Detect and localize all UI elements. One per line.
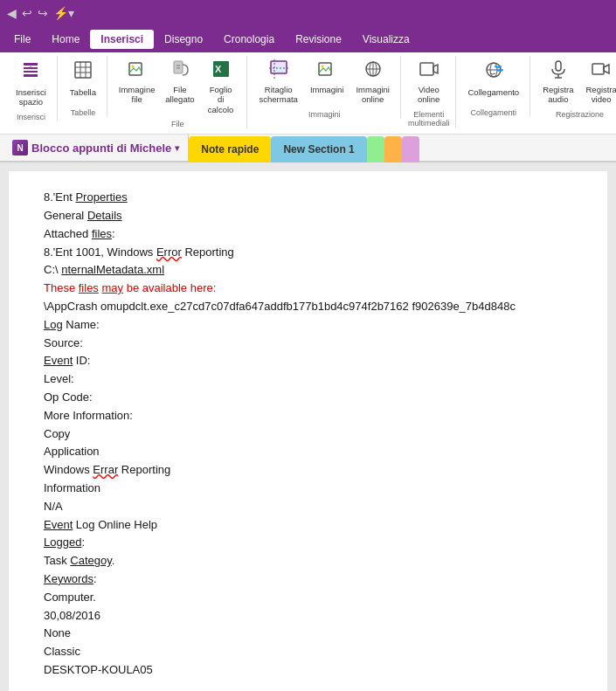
tabella-label: Tabella <box>70 87 96 97</box>
ritaglio-schermata-label: Ritaglioschermata <box>260 85 298 105</box>
tab-new-section-1[interactable]: New Section 1 <box>271 136 366 162</box>
ribbon-group-tabelle: Tabella Tabelle <box>59 56 107 117</box>
svg-marker-27 <box>433 65 438 73</box>
tab-section-purple[interactable] <box>402 136 419 162</box>
line-20: Logged: <box>44 534 581 552</box>
line-16: Windows Errar Reporting <box>44 461 581 480</box>
menu-revisione[interactable]: Revisione <box>285 30 352 49</box>
menu-file[interactable]: File <box>3 30 41 49</box>
notebook-name: Blocco appunti di Michele <box>31 142 171 155</box>
immagini-label: Immagini <box>310 85 344 94</box>
foglio-calcolo-button[interactable]: X Foglio dicalcolo <box>201 56 241 118</box>
svg-rect-17 <box>271 61 287 73</box>
ribbon-group-file: Immaginefile Fileallegato X <box>109 56 247 128</box>
metadata-link[interactable]: nternalMetadata.xml <box>61 263 164 276</box>
svg-rect-26 <box>420 63 433 75</box>
registra-video-button[interactable]: Registravideo <box>581 56 617 108</box>
may-link[interactable]: may <box>102 281 124 294</box>
scroll-area: 8.'Ent Properties General Details Attach… <box>0 162 616 691</box>
files-link[interactable]: files <box>92 227 112 240</box>
inserisci-spazio-label: Inseriscispazio <box>16 87 46 107</box>
menu-inserisci[interactable]: Inserisci <box>90 30 154 49</box>
line-3: Attached files: <box>44 225 581 244</box>
line-10: Event ID: <box>44 352 581 370</box>
immagine-file-button[interactable]: Immaginefile <box>114 56 159 108</box>
ribbon-group-registrazione: Registraaudio Registravideo Registrazion… <box>532 56 616 119</box>
svg-rect-2 <box>24 71 38 73</box>
file-allegato-label: Fileallegato <box>165 85 194 105</box>
ribbon-group-inserisci: Inseriscispazio Inserisci <box>5 56 58 121</box>
line-18: N/A <box>44 498 581 516</box>
file-allegato-button[interactable]: Fileallegato <box>161 56 198 108</box>
svg-rect-0 <box>24 63 38 66</box>
line-6: These files may be available here: <box>44 280 581 298</box>
group-name-tabelle: Tabelle <box>65 107 101 117</box>
files-link-2[interactable]: files <box>79 281 99 294</box>
notebook-tab[interactable]: N Blocco appunti di Michele ▾ <box>3 135 189 161</box>
ribbon: Inseriscispazio Inserisci Tabella <box>0 52 616 135</box>
line-14: Copy <box>44 425 581 444</box>
tab-section-green[interactable] <box>367 136 384 162</box>
immagini-button[interactable]: Immagini <box>305 56 350 98</box>
line-25: None <box>44 625 581 643</box>
menu-home[interactable]: Home <box>41 30 90 49</box>
back-button[interactable]: ◀ <box>7 6 17 20</box>
collegamento-button[interactable]: Collegamento <box>463 56 525 100</box>
ribbon-group-immagini: Ritaglioschermata Immagini <box>249 56 401 119</box>
title-bar: ◀ ↩ ↪ ⚡▾ <box>0 0 616 26</box>
logged-link[interactable]: Logged <box>44 536 81 549</box>
registra-audio-label: Registraaudio <box>543 85 573 105</box>
line-23: Computer. <box>44 589 581 607</box>
line-26: Classic <box>44 643 581 661</box>
menu-cronologia[interactable]: Cronologia <box>213 30 285 49</box>
tabella-icon <box>73 59 93 84</box>
undo-button[interactable]: ↩ <box>22 6 32 20</box>
group-name-registrazione: Registrazione <box>537 108 616 119</box>
page-content: 8.'Ent Properties General Details Attach… <box>9 171 607 691</box>
notebook-icon: N <box>12 140 28 155</box>
menu-disegno[interactable]: Disegno <box>154 30 213 49</box>
line-8: Log Name: <box>44 316 581 335</box>
keywords-link[interactable]: Keywords <box>44 572 93 585</box>
tab-section-orange[interactable] <box>384 136 402 162</box>
line-19: Event Log Online Help <box>44 516 581 535</box>
details-link[interactable]: Details <box>87 209 122 222</box>
ribbon-group-collegamenti: Collegamento Collegamenti <box>458 56 531 117</box>
ritaglio-schermata-button[interactable]: Ritaglioschermata <box>254 56 303 108</box>
notebook-arrow[interactable]: ▾ <box>175 143 179 153</box>
registra-video-label: Registravideo <box>586 85 617 105</box>
group-name-immagini: Immagini <box>254 108 395 119</box>
foglio-calcolo-icon: X <box>211 59 231 81</box>
tab-note-rapide[interactable]: Note rapide <box>189 136 271 162</box>
group-name-file: File <box>114 118 241 128</box>
errar-word: Errar <box>93 463 118 476</box>
immagini-online-button[interactable]: Immaginionline <box>350 56 395 108</box>
menu-visualizza[interactable]: Visualizza <box>352 30 420 49</box>
line-27: DESKTOP-KOULA05 <box>44 661 581 680</box>
event-link[interactable]: Event <box>44 354 73 367</box>
line-9: Source: <box>44 335 581 353</box>
registra-video-icon <box>592 59 611 81</box>
svg-rect-34 <box>592 64 604 74</box>
line-24: 30,08/2016 <box>44 607 581 625</box>
log-link[interactable]: Log <box>44 318 63 331</box>
properties-link[interactable]: Properties <box>75 190 127 204</box>
foglio-calcolo-label: Foglio dicalcolo <box>206 85 236 114</box>
group-name-collegamenti: Collegamenti <box>463 107 525 117</box>
event-log-link[interactable]: Event <box>44 518 73 531</box>
categoy-link[interactable]: Categoy <box>70 554 111 567</box>
group-name-inserisci: Inserisci <box>10 111 52 121</box>
collegamento-icon <box>483 59 504 84</box>
quick-access-button[interactable]: ⚡▾ <box>53 6 74 20</box>
redo-button[interactable]: ↪ <box>38 6 48 20</box>
immagini-online-label: Immaginionline <box>356 85 390 105</box>
ritaglio-schermata-icon <box>269 59 288 81</box>
line-1: 8.'Ent Properties <box>44 189 581 207</box>
line-4: 8.'Ent 1001, Windows Error Reporting <box>44 244 581 262</box>
group-name-multimediali: Elementi multimediali <box>408 108 450 128</box>
collegamento-label: Collegamento <box>468 87 520 97</box>
tabella-button[interactable]: Tabella <box>65 56 101 100</box>
inserisci-spazio-button[interactable]: Inseriscispazio <box>10 56 52 111</box>
video-online-button[interactable]: Videoonline <box>412 56 446 108</box>
registra-audio-button[interactable]: Registraaudio <box>537 56 578 108</box>
